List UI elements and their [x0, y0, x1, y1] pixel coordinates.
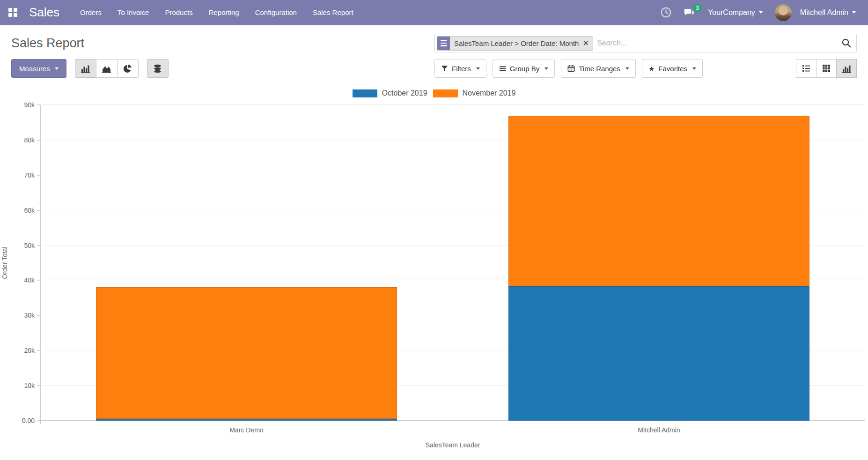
legend-swatch-icon	[433, 89, 458, 97]
y-axis-title: Order Total	[1, 247, 8, 279]
favorites-button[interactable]: ★ Favorites	[642, 59, 703, 78]
list-icon	[802, 64, 810, 73]
chevron-down-icon	[476, 67, 480, 70]
chevron-down-icon	[852, 11, 856, 14]
bar-chart-button[interactable]	[75, 59, 96, 78]
y-tick-label: 60k	[24, 207, 35, 214]
pie-chart-icon	[123, 64, 132, 73]
y-tick-mark	[37, 421, 40, 421]
messages-button[interactable]: 3	[684, 8, 696, 17]
list-view-button[interactable]	[796, 59, 817, 78]
menu-item-configuration[interactable]: Configuration	[255, 7, 297, 18]
legend-label: October 2019	[382, 89, 427, 97]
y-tick-label: 90k	[24, 101, 35, 109]
legend-swatch-icon	[353, 89, 377, 97]
gridline	[40, 104, 865, 105]
search-submit[interactable]	[841, 38, 852, 48]
menu-item-orders[interactable]: Orders	[80, 7, 102, 18]
bar-chart-icon	[842, 64, 851, 73]
y-tick-mark	[37, 175, 40, 175]
y-tick-mark	[37, 245, 40, 245]
message-count-badge: 3	[693, 4, 702, 13]
menu-item-to-invoice[interactable]: To Invoice	[118, 7, 149, 18]
bars-icon	[499, 65, 506, 72]
star-icon: ★	[648, 65, 655, 72]
y-tick-mark	[37, 386, 40, 386]
calendar-icon	[567, 65, 575, 72]
facet-remove-icon[interactable]: ✕	[583, 40, 588, 46]
app-brand[interactable]: Sales	[29, 5, 59, 20]
y-tick-label: 80k	[24, 136, 35, 144]
search-input[interactable]	[593, 39, 841, 47]
measures-button[interactable]: Measures	[11, 59, 66, 78]
group-by-button[interactable]: Group By	[493, 59, 555, 78]
y-axis-line	[40, 105, 41, 424]
bar-segment[interactable]	[96, 287, 397, 419]
legend-label: November 2019	[463, 89, 516, 97]
plot-area: Order Total Marc DemoMitchell Admin Sale…	[40, 105, 865, 421]
menu-item-reporting[interactable]: Reporting	[209, 7, 239, 18]
y-tick-mark	[37, 210, 40, 210]
apps-menu-button[interactable]	[0, 0, 25, 25]
chevron-down-icon	[692, 67, 696, 70]
search-options-row: Filters Group By Time Ranges	[434, 59, 857, 78]
bar-chart-icon	[81, 64, 90, 73]
filters-button[interactable]: Filters	[434, 59, 486, 78]
legend-item[interactable]: November 2019	[433, 89, 516, 97]
bar-segment[interactable]	[508, 116, 809, 286]
search-icon	[841, 38, 852, 48]
filter-icon	[441, 65, 448, 72]
chevron-down-icon	[759, 11, 763, 14]
menu-item-sales-report[interactable]: Sales Report	[313, 7, 353, 18]
area-chart-button[interactable]	[96, 59, 118, 78]
search-bar: SalesTeam Leader > Order Date: Month ✕	[434, 34, 857, 52]
pivot-view-button[interactable]	[816, 59, 837, 78]
graph-view-button[interactable]	[836, 59, 857, 78]
company-name: YourCompany	[708, 8, 755, 17]
time-ranges-label: Time Ranges	[579, 65, 620, 73]
stacked-toggle-button[interactable]	[147, 59, 169, 78]
area-chart-icon	[102, 64, 111, 73]
activities-button[interactable]	[661, 7, 671, 18]
measures-label: Measures	[19, 65, 50, 73]
favorites-label: Favorites	[658, 65, 687, 73]
y-tick-mark	[37, 350, 40, 351]
chevron-down-icon	[544, 67, 548, 70]
legend-item[interactable]: October 2019	[353, 89, 427, 97]
y-tick-label: 20k	[24, 347, 35, 354]
avatar	[775, 4, 792, 21]
y-tick-label: 50k	[24, 242, 35, 249]
y-tick-label: 70k	[24, 171, 35, 179]
category-divider-line	[453, 105, 453, 421]
y-tick-label: 30k	[24, 312, 35, 319]
chevron-down-icon	[625, 67, 629, 70]
y-tick-label: 40k	[24, 276, 35, 284]
group-by-label: Group By	[510, 65, 539, 73]
bar-segment[interactable]	[96, 419, 397, 421]
bar-segment[interactable]	[508, 286, 809, 421]
x-tick-label: Mitchell Admin	[638, 426, 680, 434]
y-tick-label: 0.00	[22, 417, 35, 424]
view-switcher	[796, 59, 857, 78]
page-title: Sales Report	[11, 36, 434, 51]
top-navbar: Sales Orders To Invoice Products Reporti…	[0, 0, 868, 25]
stacked-icon	[153, 64, 162, 73]
y-tick-label: 10k	[24, 382, 35, 389]
search-filters: Filters Group By Time Ranges	[434, 59, 703, 78]
search-facet[interactable]: SalesTeam Leader > Order Date: Month ✕	[437, 36, 593, 51]
chart-type-group	[75, 59, 139, 78]
y-tick-mark	[37, 280, 40, 281]
time-ranges-button[interactable]: Time Ranges	[561, 59, 636, 78]
filters-label: Filters	[452, 65, 471, 73]
company-switcher[interactable]: YourCompany	[708, 8, 763, 17]
x-axis-title: SalesTeam Leader	[426, 441, 480, 449]
menu-item-products[interactable]: Products	[165, 7, 192, 18]
facet-groupby-icon	[437, 37, 450, 50]
graph-view: October 2019November 2019 Order Total Ma…	[0, 84, 868, 455]
chevron-down-icon	[55, 67, 59, 70]
graph-toolbar: Measures	[11, 59, 434, 78]
pie-chart-button[interactable]	[117, 59, 139, 78]
clock-icon	[661, 7, 671, 18]
chart-legend: October 2019November 2019	[0, 89, 868, 97]
user-menu[interactable]: Mitchell Admin	[775, 4, 856, 21]
